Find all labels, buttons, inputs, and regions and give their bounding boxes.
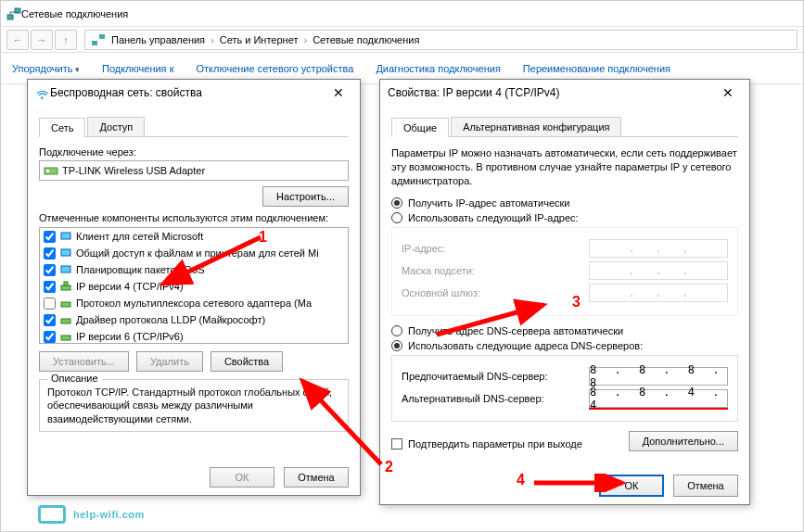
tab-access[interactable]: Доступ bbox=[87, 117, 145, 136]
ok-button[interactable]: ОК bbox=[599, 475, 664, 497]
checkbox[interactable] bbox=[44, 331, 56, 343]
close-icon[interactable]: ✕ bbox=[325, 83, 352, 102]
tab-bar: Сеть Доступ bbox=[39, 117, 349, 137]
dialog-title: Беспроводная сеть: свойства bbox=[50, 86, 325, 99]
radio-dns-auto[interactable]: Получить адрес DNS-сервера автоматически bbox=[391, 325, 738, 336]
dialog-titlebar: Беспроводная сеть: свойства ✕ bbox=[28, 80, 360, 106]
properties-button[interactable]: Свойства bbox=[211, 351, 283, 372]
radio-ip-auto[interactable]: Получить IP-адрес автоматически bbox=[391, 197, 738, 209]
svg-rect-6 bbox=[61, 233, 70, 239]
ipv6-icon bbox=[59, 330, 72, 343]
list-item: Драйвер протокола LLDP (Майкрософт) bbox=[40, 311, 348, 328]
tab-bar: Общие Альтернативная конфигурация bbox=[391, 117, 738, 137]
forward-button[interactable]: → bbox=[31, 30, 53, 50]
up-button[interactable]: ↑ bbox=[55, 30, 77, 50]
dns2-input[interactable]: 8 . 8 . 4 . 4 bbox=[589, 389, 728, 408]
checkbox[interactable] bbox=[44, 247, 56, 260]
bc-item[interactable]: Сетевые подключения bbox=[313, 34, 419, 45]
description-group: Описание Протокол TCP/IP. Стандартный пр… bbox=[39, 379, 349, 432]
wifi-icon bbox=[35, 85, 50, 100]
components-list[interactable]: Клиент для сетей Microsoft Общий доступ … bbox=[39, 227, 349, 344]
gateway-input: . . . bbox=[589, 284, 728, 302]
intro-text: Параметры IP можно назначать автоматичес… bbox=[391, 146, 738, 188]
watermark: help-wifi.com bbox=[38, 505, 145, 524]
radio-dns-manual[interactable]: Использовать следующие адреса DNS-сервер… bbox=[391, 340, 738, 351]
toolbar-diagnose[interactable]: Диагностика подключения bbox=[376, 63, 500, 74]
cancel-button[interactable]: Отмена bbox=[673, 475, 738, 497]
dns1-input[interactable]: 8 . 8 . 8 . 8 bbox=[589, 367, 728, 386]
adapter-properties-dialog: Беспроводная сеть: свойства ✕ Сеть Досту… bbox=[27, 79, 361, 496]
explorer-title: Сетевые подключения bbox=[21, 8, 798, 19]
ipv4-icon bbox=[59, 280, 72, 293]
adapter-name: TP-LINK Wireless USB Adapter bbox=[62, 165, 205, 176]
checkbox[interactable] bbox=[44, 298, 56, 310]
radio-icon bbox=[391, 197, 402, 209]
watermark-text: help-wifi.com bbox=[73, 509, 145, 520]
svg-rect-7 bbox=[61, 249, 70, 256]
svg-rect-12 bbox=[61, 319, 70, 323]
mask-label: Маска подсети: bbox=[402, 265, 581, 276]
install-button[interactable]: Установить... bbox=[39, 351, 129, 372]
toolbar-organize[interactable]: Упорядочить bbox=[12, 63, 80, 74]
svg-rect-9 bbox=[61, 285, 70, 290]
adapter-field: TP-LINK Wireless USB Adapter bbox=[39, 160, 349, 181]
close-icon[interactable]: ✕ bbox=[714, 83, 742, 102]
mask-input: . . . bbox=[589, 261, 728, 280]
bc-item[interactable]: Сеть и Интернет bbox=[220, 34, 299, 45]
gateway-label: Основной шлюз: bbox=[402, 287, 581, 298]
ok-button[interactable]: ОК bbox=[210, 467, 274, 488]
radio-icon bbox=[391, 325, 402, 336]
ip-input: . . . bbox=[589, 239, 728, 258]
svg-rect-0 bbox=[7, 15, 13, 19]
checkbox[interactable] bbox=[44, 231, 56, 243]
dns2-label: Альтернативный DNS-сервер: bbox=[402, 393, 581, 404]
checkbox[interactable] bbox=[44, 264, 56, 276]
connect-via-label: Подключение через: bbox=[39, 146, 349, 158]
svg-rect-3 bbox=[99, 34, 105, 39]
description-text: Протокол TCP/IP. Стандартный протокол гл… bbox=[47, 386, 340, 425]
confirm-checkbox[interactable]: Подтвердить параметры при выходе bbox=[391, 438, 582, 450]
breadcrumb[interactable]: Панель управления› Сеть и Интернет› Сете… bbox=[84, 30, 798, 50]
bc-item[interactable]: Панель управления bbox=[111, 34, 205, 45]
toolbar-connections[interactable]: Подключения к bbox=[102, 63, 173, 74]
network-icon bbox=[6, 6, 21, 21]
list-item: IP версии 4 (TCP/IPv4) bbox=[40, 278, 348, 295]
tab-network[interactable]: Сеть bbox=[39, 118, 85, 137]
qos-icon bbox=[59, 263, 72, 276]
cancel-button[interactable]: Отмена bbox=[284, 467, 349, 488]
configure-button[interactable]: Настроить... bbox=[262, 186, 349, 207]
svg-rect-5 bbox=[46, 170, 49, 172]
mux-icon bbox=[59, 297, 72, 310]
svg-rect-11 bbox=[61, 302, 70, 307]
checkbox-icon bbox=[391, 438, 402, 450]
back-button[interactable]: ← bbox=[6, 30, 29, 50]
svg-rect-8 bbox=[61, 266, 70, 272]
remove-button[interactable]: Удалить bbox=[136, 351, 203, 372]
lldp-icon bbox=[59, 313, 72, 326]
svg-rect-10 bbox=[64, 282, 68, 285]
toolbar-rename[interactable]: Переименование подключения bbox=[523, 63, 670, 74]
description-legend: Описание bbox=[47, 373, 102, 384]
checkbox[interactable] bbox=[44, 281, 56, 293]
ipv4-properties-dialog: Свойства: IP версии 4 (TCP/IPv4) ✕ Общие… bbox=[379, 79, 750, 505]
tab-general[interactable]: Общие bbox=[391, 118, 449, 137]
tab-alt-config[interactable]: Альтернативная конфигурация bbox=[451, 117, 621, 136]
svg-rect-13 bbox=[61, 336, 70, 340]
checkbox[interactable] bbox=[44, 314, 56, 326]
explorer-navbar: ← → ↑ Панель управления› Сеть и Интернет… bbox=[1, 27, 803, 53]
radio-icon bbox=[391, 340, 402, 351]
radio-icon bbox=[391, 212, 402, 223]
ip-label: IP-адрес: bbox=[402, 243, 581, 254]
advanced-button[interactable]: Дополнительно... bbox=[629, 431, 738, 451]
list-item: Планировщик пакетов QoS bbox=[40, 261, 348, 278]
logo-icon bbox=[38, 505, 66, 524]
toolbar-disable[interactable]: Отключение сетевого устройства bbox=[196, 63, 353, 74]
adapter-icon bbox=[44, 163, 58, 178]
radio-ip-manual[interactable]: Использовать следующий IP-адрес: bbox=[391, 212, 738, 223]
client-icon bbox=[59, 230, 72, 243]
network-icon bbox=[91, 32, 106, 47]
list-item: Протокол мультиплексора сетевого адаптер… bbox=[40, 295, 348, 311]
components-label: Отмеченные компоненты используются этим … bbox=[39, 212, 349, 223]
share-icon bbox=[59, 247, 72, 260]
list-item: Общий доступ к файлам и принтерам для се… bbox=[40, 245, 348, 261]
